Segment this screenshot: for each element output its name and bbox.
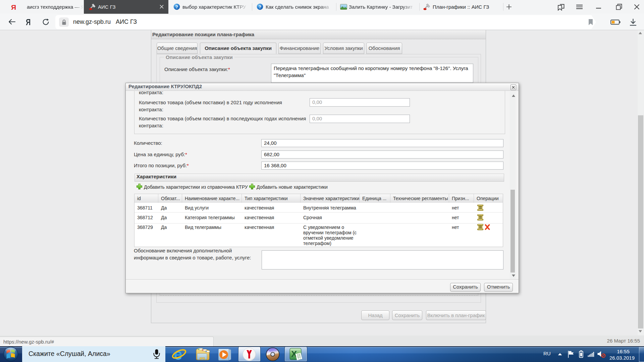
svg-text:?: ?	[175, 4, 178, 9]
svg-text:?: ?	[259, 4, 261, 9]
svg-text:e: e	[174, 347, 182, 362]
